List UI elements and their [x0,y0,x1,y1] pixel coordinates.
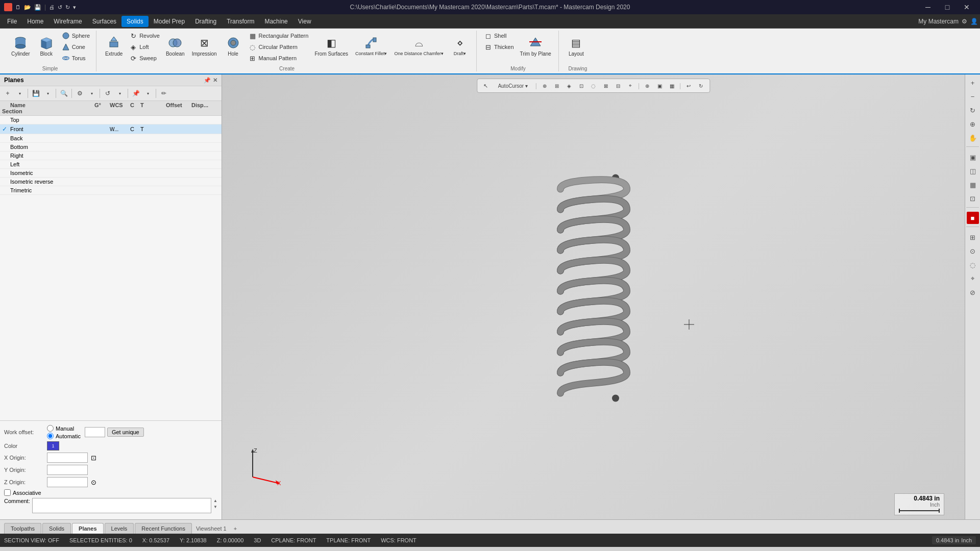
viewsheet-add[interactable]: + [231,523,240,534]
comment-down[interactable]: ▼ [213,504,217,510]
menu-home[interactable]: Home [22,16,48,27]
vp-redo[interactable]: ↻ [695,80,706,91]
sweep-button[interactable]: ⟳ Sweep [127,53,162,63]
rp-zoom-fit[interactable]: + [967,77,979,89]
vp-snap4[interactable]: ⊡ [576,80,587,91]
tab-recent[interactable]: Recent Functions [135,523,192,534]
color-swatch[interactable]: 1 [47,441,59,450]
associative-checkbox[interactable] [4,489,11,496]
my-mastercam-label[interactable]: My Mastercam [918,18,959,25]
rp-rotate[interactable]: ↻ [967,104,979,116]
shell-button[interactable]: ◻ Shell [482,31,516,41]
vp-view1[interactable]: ⊕ [642,80,653,91]
rp-view5[interactable]: ◌ [967,259,979,271]
maximize-button[interactable]: □ [938,0,957,14]
thicken-button[interactable]: ⊟ Thicken [482,42,516,52]
plane-top[interactable]: Top [0,116,222,124]
plane-isometric[interactable]: Isometric [0,169,222,178]
tab-toolpaths[interactable]: Toolpaths [4,523,41,534]
panel-settings-btn[interactable]: ⚙ [74,88,85,99]
rp-view1[interactable]: ▣ [967,151,979,163]
menu-file[interactable]: File [2,16,22,27]
extrude-button[interactable]: Extrude [102,31,126,61]
menu-transform[interactable]: Transform [222,16,259,27]
rect-pattern-button[interactable]: ▦ Rectangular Pattern [247,31,311,41]
from-surfaces-button[interactable]: ◧ From Surfaces [311,31,351,61]
col-wcs[interactable]: WCS [110,102,130,108]
plane-isometric-reverse[interactable]: Isometric reverse [0,178,222,186]
trim-by-plane-button[interactable]: Trim by Plane [517,31,554,61]
panel-search-btn[interactable]: 🔍 [58,88,69,99]
tab-levels[interactable]: Levels [105,523,134,534]
viewsheet-tab[interactable]: Viewsheet 1 [193,523,230,534]
x-origin-pick-btn[interactable]: ⊡ [91,454,96,462]
menu-machine[interactable]: Machine [259,16,292,27]
layout-button[interactable]: ▤ Layout [564,31,589,61]
radio-auto-input[interactable] [47,433,54,439]
panel-refresh-dropdown[interactable]: ▾ [114,88,126,99]
menu-model-prep[interactable]: Model Prep [149,16,190,27]
rp-zoom-window[interactable]: ⊕ [967,118,979,130]
work-offset-value[interactable]: -1 [85,427,105,437]
panel-pin-dropdown[interactable]: ▾ [142,88,154,99]
get-unique-button[interactable]: Get unique [107,428,144,437]
constant-fillet-button[interactable]: Constant Fillet▾ [352,31,390,61]
boolean-button[interactable]: Boolean [163,31,188,61]
y-origin-input[interactable]: 0.0 [47,465,88,475]
panel-close-btn[interactable]: ✕ [213,77,217,84]
menu-wireframe[interactable]: Wireframe [48,16,87,27]
col-offset[interactable]: Offset [166,102,191,108]
close-button[interactable]: ✕ [958,0,976,14]
rp-view4[interactable]: ⊡ [967,192,979,205]
vp-undo[interactable]: ↩ [683,80,694,91]
one-distance-button[interactable]: ⌓ One Distance Chamfer▾ [391,31,447,61]
panel-add-dropdown[interactable]: ▾ [14,88,26,99]
col-g[interactable]: G° [94,102,110,108]
vp-snap7[interactable]: ⊟ [612,80,624,91]
vp-snap3[interactable]: ◈ [564,80,575,91]
vp-cursor-btn[interactable]: ↖ [480,80,492,91]
panel-pin-toolbar-btn[interactable]: 📌 [130,88,141,99]
panel-edit-btn[interactable]: ✏ [158,88,169,99]
rp-grid[interactable]: ⊞ [967,231,979,243]
manual-pattern-button[interactable]: ⊞ Manual Pattern [247,53,311,63]
vp-snap8[interactable]: ⌖ [625,80,636,91]
x-origin-input[interactable]: 0.0 [47,453,88,463]
panel-pin-btn[interactable]: 📌 [204,77,211,84]
comment-textarea[interactable] [32,498,211,513]
rp-view7[interactable]: ⊘ [967,286,979,298]
circ-pattern-button[interactable]: ◌ Circular Pattern [247,42,311,52]
col-section[interactable]: Section [2,108,10,114]
panel-save-dropdown[interactable]: ▾ [42,88,54,99]
vp-snap5[interactable]: ◌ [588,80,599,91]
menu-view[interactable]: View [293,16,316,27]
vp-view3[interactable]: ▦ [666,80,677,91]
viewport[interactable]: ↖ AutoCursor ▾ | ⊕ ⊞ ◈ ⊡ ◌ ⊠ ⊟ ⌖ | ⊕ ▣ ▦… [222,74,965,519]
vp-snap6[interactable]: ⊠ [600,80,611,91]
cylinder-button[interactable]: Cylinder [8,31,33,61]
vp-snap2[interactable]: ⊞ [551,80,562,91]
hole-button[interactable]: Hole [221,31,246,61]
menu-drafting[interactable]: Drafting [190,16,222,27]
vp-snap1[interactable]: ⊕ [539,80,550,91]
radio-manual[interactable]: Manual [47,425,81,432]
plane-back[interactable]: Back [0,134,222,143]
panel-save-btn[interactable]: 💾 [30,88,41,99]
tab-planes[interactable]: Planes [72,523,103,534]
torus-button[interactable]: Torus [60,53,92,63]
minimize-button[interactable]: ─ [919,0,937,14]
rp-special1[interactable]: ■ [967,212,979,224]
block-button[interactable]: Block [34,31,59,61]
plane-bottom[interactable]: Bottom [0,143,222,152]
rp-view6[interactable]: ⌖ [967,272,979,285]
rp-view3[interactable]: ▦ [967,179,979,191]
draft-button[interactable]: ⋄ Draft▾ [448,31,472,61]
plane-front[interactable]: ✓ Front W... C T [0,124,222,134]
col-disp[interactable]: Disp... [191,102,219,108]
rp-zoom-out[interactable]: − [967,90,979,103]
col-t[interactable]: T [140,102,166,108]
sphere-button[interactable]: Sphere [60,31,92,41]
rp-view2[interactable]: ◫ [967,165,979,177]
cone-button[interactable]: Cone [60,42,92,52]
vp-autocursor-btn[interactable]: AutoCursor ▾ [493,80,533,91]
